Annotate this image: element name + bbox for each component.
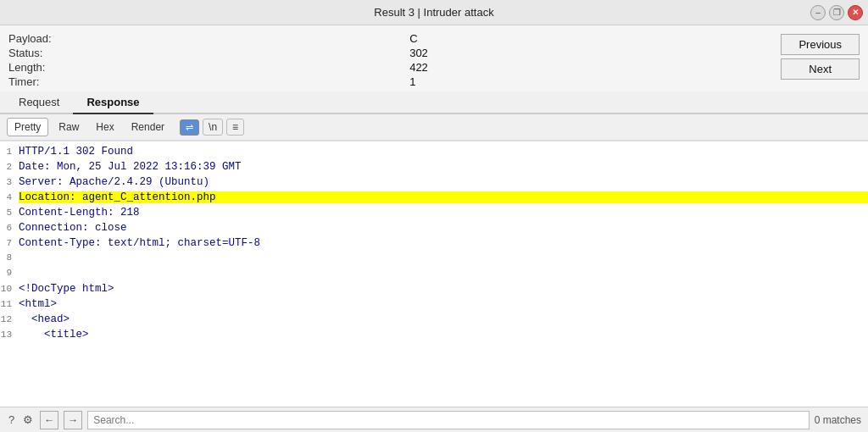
line-number: 8 <box>0 252 19 263</box>
word-wrap-button[interactable]: ⇌ <box>180 119 199 136</box>
line-content: <title> <box>19 329 868 341</box>
close-button[interactable]: ✕ <box>848 5 863 20</box>
settings-icon[interactable]: ⚙ <box>21 412 35 428</box>
search-bar: ? ⚙ ← → 0 matches <box>0 407 868 432</box>
tabs-row: Request Response <box>0 91 868 114</box>
payload-value: C <box>409 32 772 45</box>
line-content: Date: Mon, 25 Jul 2022 13:16:39 GMT <box>19 161 868 173</box>
line-content: Content-Type: text/html; charset=UTF-8 <box>19 237 868 249</box>
line-content: <!DocType html> <box>19 283 868 295</box>
code-line: 4Location: agent_C_attention.php <box>0 191 868 206</box>
help-icon[interactable]: ? <box>7 412 16 428</box>
status-label: Status: <box>8 47 396 59</box>
line-number: 10 <box>0 284 19 294</box>
info-row: Payload: C Status: 302 Length: 422 Timer… <box>0 25 868 91</box>
tab-response[interactable]: Response <box>73 91 153 114</box>
line-content: Server: Apache/2.4.29 (Ubuntu) <box>19 176 868 188</box>
next-button[interactable]: Next <box>781 58 860 80</box>
line-number: 11 <box>0 299 19 309</box>
info-labels: Payload: C Status: 302 Length: 422 Timer… <box>8 32 772 88</box>
code-line: 8 <box>0 252 868 267</box>
lines-button[interactable]: ≡ <box>226 119 244 136</box>
line-number: 7 <box>0 238 19 248</box>
restore-button[interactable]: ❐ <box>829 5 844 20</box>
main-content: Payload: C Status: 302 Length: 422 Timer… <box>0 25 868 432</box>
code-line: 12 <head> <box>0 313 868 328</box>
search-input[interactable] <box>87 411 809 429</box>
code-line: 7Content-Type: text/html; charset=UTF-8 <box>0 236 868 252</box>
timer-value: 1 <box>409 75 772 88</box>
next-match-button[interactable]: → <box>64 411 82 429</box>
subtab-raw[interactable]: Raw <box>52 119 86 136</box>
minimize-button[interactable]: – <box>810 5 826 20</box>
subtab-render[interactable]: Render <box>125 119 171 136</box>
subtab-pretty[interactable]: Pretty <box>7 118 48 136</box>
code-line: 10<!DocType html> <box>0 282 868 297</box>
payload-label: Payload: <box>8 32 396 45</box>
status-value: 302 <box>409 47 772 59</box>
title-bar: Result 3 | Intruder attack – ❐ ✕ <box>0 0 868 25</box>
line-content: Location: agent_C_attention.php <box>19 191 868 203</box>
code-line: 5Content-Length: 218 <box>0 206 868 221</box>
timer-label: Timer: <box>8 75 396 88</box>
line-content: Content-Length: 218 <box>19 207 868 219</box>
prev-match-button[interactable]: ← <box>40 411 58 429</box>
tab-request[interactable]: Request <box>5 91 73 114</box>
nav-buttons: Previous Next <box>781 34 860 80</box>
line-number: 4 <box>0 192 19 202</box>
line-content: <html> <box>19 298 868 310</box>
code-line: 3Server: Apache/2.4.29 (Ubuntu) <box>0 175 868 191</box>
code-line: 1HTTP/1.1 302 Found <box>0 145 868 160</box>
line-content: Connection: close <box>19 222 868 234</box>
window-controls: – ❐ ✕ <box>810 5 863 20</box>
search-matches: 0 matches <box>815 414 861 426</box>
line-number: 12 <box>0 314 19 324</box>
newline-button[interactable]: \n <box>203 119 223 136</box>
length-label: Length: <box>8 61 396 74</box>
line-number: 2 <box>0 162 19 172</box>
line-content: <head> <box>19 313 868 325</box>
subtab-hex[interactable]: Hex <box>89 119 120 136</box>
previous-button[interactable]: Previous <box>781 34 860 55</box>
line-number: 9 <box>0 268 19 278</box>
code-line: 2Date: Mon, 25 Jul 2022 13:16:39 GMT <box>0 160 868 175</box>
line-number: 5 <box>0 208 19 218</box>
code-line: 11<html> <box>0 297 868 313</box>
line-number: 6 <box>0 223 19 233</box>
subtabs-row: Pretty Raw Hex Render ⇌ \n ≡ <box>0 114 868 141</box>
line-number: 3 <box>0 177 19 187</box>
line-content: HTTP/1.1 302 Found <box>19 146 868 158</box>
window-title: Result 3 | Intruder attack <box>374 6 493 19</box>
line-number: 13 <box>0 330 19 340</box>
code-line: 6Connection: close <box>0 221 868 236</box>
length-value: 422 <box>409 61 772 74</box>
line-number: 1 <box>0 147 19 157</box>
code-area[interactable]: 1HTTP/1.1 302 Found2Date: Mon, 25 Jul 20… <box>0 141 868 407</box>
code-line: 9 <box>0 267 868 282</box>
code-line: 13 <title> <box>0 328 868 343</box>
